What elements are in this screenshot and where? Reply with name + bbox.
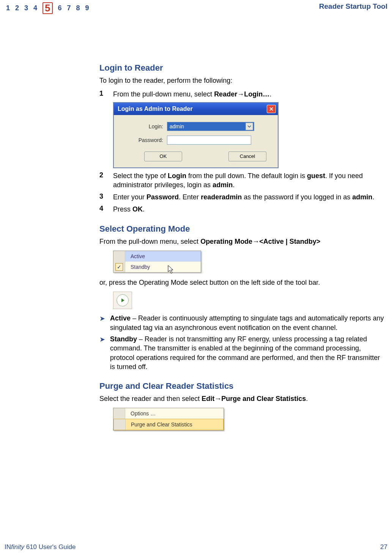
arrowhead-icon: ➤ xyxy=(99,335,110,371)
step-2-text: Select the type of Login from the pull d… xyxy=(113,171,384,190)
svg-marker-0 xyxy=(121,298,124,302)
step-number: 2 xyxy=(99,171,113,190)
step-4-text: Press OK. xyxy=(113,205,145,214)
operating-mode-menu: Active ✓ Standby xyxy=(113,251,201,273)
page-number: 27 xyxy=(380,543,387,551)
chapter-link-6[interactable]: 6 xyxy=(58,4,62,12)
menu-item-active[interactable]: Active xyxy=(113,251,201,262)
page-header-title: Reader Startup Tool xyxy=(319,2,387,11)
password-input[interactable] xyxy=(167,136,251,145)
login-intro: To login to the reader, perform the foll… xyxy=(99,76,384,85)
password-label: Password: xyxy=(121,137,167,143)
heading-purge: Purge and Clear Reader Statistics xyxy=(99,381,384,391)
heading-login: Login to Reader xyxy=(99,63,384,73)
footer-title: INfinity 610 User's Guide xyxy=(5,543,76,551)
menu-item-purge[interactable]: Purge and Clear Statistics xyxy=(113,419,224,430)
ok-button[interactable]: OK xyxy=(144,151,182,161)
operating-mode-toolbar-button[interactable] xyxy=(113,292,132,309)
purge-intro: Select the reader and then select Edit→P… xyxy=(99,394,384,403)
chapter-nav: 1 2 3 4 5 6 7 8 9 xyxy=(6,2,89,14)
heading-mode: Select Operating Mode xyxy=(99,224,384,234)
chapter-link-9[interactable]: 9 xyxy=(85,4,89,12)
login-dialog: Login as Admin to Reader Login: admin Pa… xyxy=(113,102,279,168)
bullet-standby: ➤ Standby – Reader is not transmitting a… xyxy=(99,335,384,371)
menu-item-options[interactable]: Options … xyxy=(113,408,224,419)
chapter-link-1[interactable]: 1 xyxy=(6,4,10,12)
step-3-text: Enter your Password. Enter readeradmin a… xyxy=(113,193,374,202)
login-dialog-title: Login as Admin to Reader xyxy=(118,106,193,112)
login-select[interactable]: admin xyxy=(167,122,254,131)
login-label: Login: xyxy=(121,123,167,129)
edit-menu: Options … Purge and Clear Statistics xyxy=(113,408,224,431)
step-number: 1 xyxy=(99,90,113,99)
chevron-down-icon[interactable] xyxy=(246,123,253,130)
close-icon[interactable] xyxy=(267,105,276,113)
menu-item-standby[interactable]: ✓ Standby xyxy=(113,262,201,272)
chapter-link-4[interactable]: 4 xyxy=(33,4,37,12)
chapter-current: 5 xyxy=(43,2,52,14)
cancel-button[interactable]: Cancel xyxy=(228,151,266,161)
mode-intro: From the pull-down menu, select Operatin… xyxy=(99,237,384,246)
chapter-link-8[interactable]: 8 xyxy=(76,4,80,12)
step-number: 4 xyxy=(99,205,113,214)
chapter-link-7[interactable]: 7 xyxy=(67,4,71,12)
bullet-active: ➤ Active – Reader is continuously attemp… xyxy=(99,314,384,332)
mode-after-menu: or, press the Operating Mode select butt… xyxy=(99,278,384,287)
chapter-link-3[interactable]: 3 xyxy=(24,4,28,12)
chapter-link-2[interactable]: 2 xyxy=(15,4,19,12)
play-icon xyxy=(116,294,129,306)
step-number: 3 xyxy=(99,193,113,202)
arrowhead-icon: ➤ xyxy=(99,314,110,332)
login-dialog-titlebar: Login as Admin to Reader xyxy=(114,103,278,115)
login-value: admin xyxy=(170,123,184,129)
step-1-text: From the pull-down menu, select Reader→L… xyxy=(113,90,271,99)
check-icon: ✓ xyxy=(115,263,123,271)
